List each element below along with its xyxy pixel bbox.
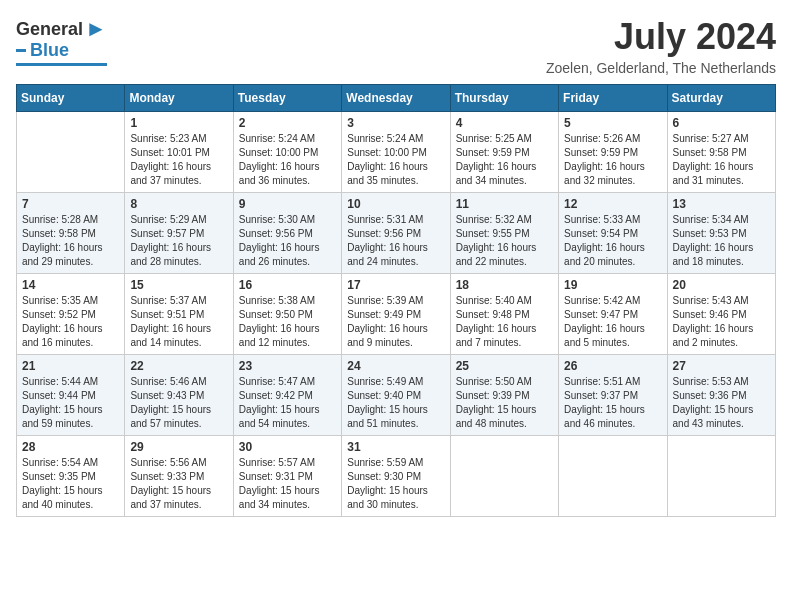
cell-info: Sunrise: 5:24 AMSunset: 10:00 PMDaylight… <box>239 132 336 188</box>
calendar-cell: 8Sunrise: 5:29 AMSunset: 9:57 PMDaylight… <box>125 193 233 274</box>
weekday-header-monday: Monday <box>125 85 233 112</box>
cell-info: Sunrise: 5:54 AMSunset: 9:35 PMDaylight:… <box>22 456 119 512</box>
day-number: 23 <box>239 359 336 373</box>
day-number: 3 <box>347 116 444 130</box>
calendar-cell: 24Sunrise: 5:49 AMSunset: 9:40 PMDayligh… <box>342 355 450 436</box>
calendar-cell: 27Sunrise: 5:53 AMSunset: 9:36 PMDayligh… <box>667 355 775 436</box>
cell-info: Sunrise: 5:24 AMSunset: 10:00 PMDaylight… <box>347 132 444 188</box>
day-number: 11 <box>456 197 553 211</box>
calendar-cell: 6Sunrise: 5:27 AMSunset: 9:58 PMDaylight… <box>667 112 775 193</box>
day-number: 13 <box>673 197 770 211</box>
cell-info: Sunrise: 5:40 AMSunset: 9:48 PMDaylight:… <box>456 294 553 350</box>
day-number: 28 <box>22 440 119 454</box>
cell-info: Sunrise: 5:57 AMSunset: 9:31 PMDaylight:… <box>239 456 336 512</box>
calendar-cell: 21Sunrise: 5:44 AMSunset: 9:44 PMDayligh… <box>17 355 125 436</box>
day-number: 12 <box>564 197 661 211</box>
day-number: 1 <box>130 116 227 130</box>
calendar-cell: 11Sunrise: 5:32 AMSunset: 9:55 PMDayligh… <box>450 193 558 274</box>
calendar-cell: 7Sunrise: 5:28 AMSunset: 9:58 PMDaylight… <box>17 193 125 274</box>
month-title: July 2024 <box>546 16 776 58</box>
calendar-cell: 16Sunrise: 5:38 AMSunset: 9:50 PMDayligh… <box>233 274 341 355</box>
day-number: 31 <box>347 440 444 454</box>
cell-info: Sunrise: 5:30 AMSunset: 9:56 PMDaylight:… <box>239 213 336 269</box>
cell-info: Sunrise: 5:51 AMSunset: 9:37 PMDaylight:… <box>564 375 661 431</box>
calendar-cell: 2Sunrise: 5:24 AMSunset: 10:00 PMDayligh… <box>233 112 341 193</box>
calendar-cell: 31Sunrise: 5:59 AMSunset: 9:30 PMDayligh… <box>342 436 450 517</box>
cell-info: Sunrise: 5:47 AMSunset: 9:42 PMDaylight:… <box>239 375 336 431</box>
cell-info: Sunrise: 5:28 AMSunset: 9:58 PMDaylight:… <box>22 213 119 269</box>
day-number: 20 <box>673 278 770 292</box>
cell-info: Sunrise: 5:50 AMSunset: 9:39 PMDaylight:… <box>456 375 553 431</box>
weekday-header-sunday: Sunday <box>17 85 125 112</box>
calendar-cell: 10Sunrise: 5:31 AMSunset: 9:56 PMDayligh… <box>342 193 450 274</box>
weekday-header-tuesday: Tuesday <box>233 85 341 112</box>
weekday-header-saturday: Saturday <box>667 85 775 112</box>
calendar-cell: 20Sunrise: 5:43 AMSunset: 9:46 PMDayligh… <box>667 274 775 355</box>
day-number: 6 <box>673 116 770 130</box>
calendar-cell <box>559 436 667 517</box>
day-number: 27 <box>673 359 770 373</box>
calendar-week-row: 1Sunrise: 5:23 AMSunset: 10:01 PMDayligh… <box>17 112 776 193</box>
cell-info: Sunrise: 5:31 AMSunset: 9:56 PMDaylight:… <box>347 213 444 269</box>
calendar-cell: 28Sunrise: 5:54 AMSunset: 9:35 PMDayligh… <box>17 436 125 517</box>
cell-info: Sunrise: 5:25 AMSunset: 9:59 PMDaylight:… <box>456 132 553 188</box>
calendar-cell: 3Sunrise: 5:24 AMSunset: 10:00 PMDayligh… <box>342 112 450 193</box>
cell-info: Sunrise: 5:33 AMSunset: 9:54 PMDaylight:… <box>564 213 661 269</box>
cell-info: Sunrise: 5:46 AMSunset: 9:43 PMDaylight:… <box>130 375 227 431</box>
calendar-cell: 18Sunrise: 5:40 AMSunset: 9:48 PMDayligh… <box>450 274 558 355</box>
day-number: 24 <box>347 359 444 373</box>
day-number: 2 <box>239 116 336 130</box>
calendar-cell <box>17 112 125 193</box>
calendar-cell: 15Sunrise: 5:37 AMSunset: 9:51 PMDayligh… <box>125 274 233 355</box>
day-number: 26 <box>564 359 661 373</box>
day-number: 14 <box>22 278 119 292</box>
cell-info: Sunrise: 5:53 AMSunset: 9:36 PMDaylight:… <box>673 375 770 431</box>
day-number: 29 <box>130 440 227 454</box>
cell-info: Sunrise: 5:49 AMSunset: 9:40 PMDaylight:… <box>347 375 444 431</box>
day-number: 21 <box>22 359 119 373</box>
day-number: 19 <box>564 278 661 292</box>
cell-info: Sunrise: 5:59 AMSunset: 9:30 PMDaylight:… <box>347 456 444 512</box>
calendar-cell: 5Sunrise: 5:26 AMSunset: 9:59 PMDaylight… <box>559 112 667 193</box>
logo: General ► Blue <box>16 16 107 66</box>
calendar-cell: 19Sunrise: 5:42 AMSunset: 9:47 PMDayligh… <box>559 274 667 355</box>
day-number: 8 <box>130 197 227 211</box>
cell-info: Sunrise: 5:38 AMSunset: 9:50 PMDaylight:… <box>239 294 336 350</box>
day-number: 15 <box>130 278 227 292</box>
cell-info: Sunrise: 5:34 AMSunset: 9:53 PMDaylight:… <box>673 213 770 269</box>
day-number: 5 <box>564 116 661 130</box>
calendar-table: SundayMondayTuesdayWednesdayThursdayFrid… <box>16 84 776 517</box>
day-number: 9 <box>239 197 336 211</box>
day-number: 22 <box>130 359 227 373</box>
location-text: Zoelen, Gelderland, The Netherlands <box>546 60 776 76</box>
cell-info: Sunrise: 5:44 AMSunset: 9:44 PMDaylight:… <box>22 375 119 431</box>
cell-info: Sunrise: 5:42 AMSunset: 9:47 PMDaylight:… <box>564 294 661 350</box>
cell-info: Sunrise: 5:37 AMSunset: 9:51 PMDaylight:… <box>130 294 227 350</box>
calendar-cell: 13Sunrise: 5:34 AMSunset: 9:53 PMDayligh… <box>667 193 775 274</box>
calendar-cell: 12Sunrise: 5:33 AMSunset: 9:54 PMDayligh… <box>559 193 667 274</box>
weekday-header-friday: Friday <box>559 85 667 112</box>
cell-info: Sunrise: 5:43 AMSunset: 9:46 PMDaylight:… <box>673 294 770 350</box>
calendar-cell: 26Sunrise: 5:51 AMSunset: 9:37 PMDayligh… <box>559 355 667 436</box>
calendar-week-row: 21Sunrise: 5:44 AMSunset: 9:44 PMDayligh… <box>17 355 776 436</box>
cell-info: Sunrise: 5:32 AMSunset: 9:55 PMDaylight:… <box>456 213 553 269</box>
cell-info: Sunrise: 5:35 AMSunset: 9:52 PMDaylight:… <box>22 294 119 350</box>
calendar-cell: 25Sunrise: 5:50 AMSunset: 9:39 PMDayligh… <box>450 355 558 436</box>
calendar-cell: 4Sunrise: 5:25 AMSunset: 9:59 PMDaylight… <box>450 112 558 193</box>
cell-info: Sunrise: 5:23 AMSunset: 10:01 PMDaylight… <box>130 132 227 188</box>
day-number: 4 <box>456 116 553 130</box>
logo-general-text: General <box>16 19 83 40</box>
calendar-cell: 14Sunrise: 5:35 AMSunset: 9:52 PMDayligh… <box>17 274 125 355</box>
day-number: 7 <box>22 197 119 211</box>
logo-underline <box>16 63 107 66</box>
day-number: 18 <box>456 278 553 292</box>
weekday-header-wednesday: Wednesday <box>342 85 450 112</box>
cell-info: Sunrise: 5:27 AMSunset: 9:58 PMDaylight:… <box>673 132 770 188</box>
weekday-header-thursday: Thursday <box>450 85 558 112</box>
calendar-body: 1Sunrise: 5:23 AMSunset: 10:01 PMDayligh… <box>17 112 776 517</box>
logo-bird-icon: ► <box>85 16 107 42</box>
cell-info: Sunrise: 5:39 AMSunset: 9:49 PMDaylight:… <box>347 294 444 350</box>
calendar-cell: 29Sunrise: 5:56 AMSunset: 9:33 PMDayligh… <box>125 436 233 517</box>
day-number: 17 <box>347 278 444 292</box>
calendar-cell <box>667 436 775 517</box>
